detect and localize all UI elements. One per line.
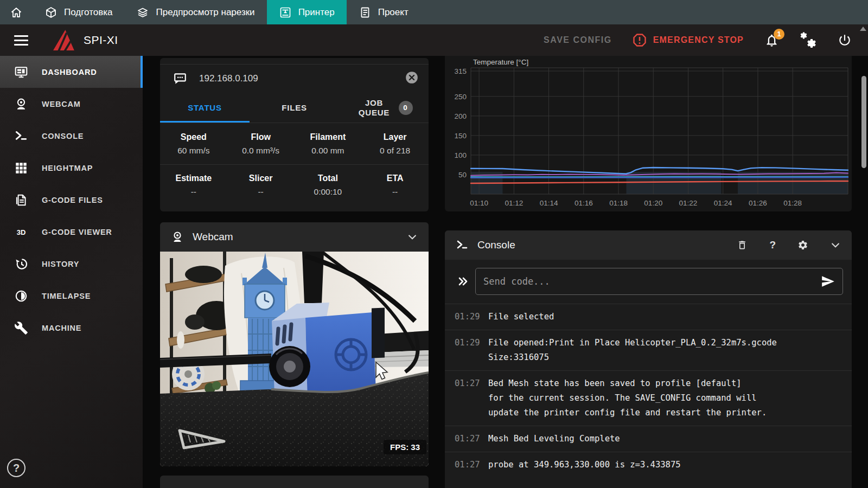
send-icon[interactable] [821,274,835,288]
window-tab-bar: Подготовка Предпросмотр нарезки Принтер … [0,0,868,24]
console-entry: 01:29 File selected [445,304,852,330]
double-chevron-right-icon[interactable] [457,275,470,288]
layers-icon [136,6,149,19]
x-axis-tick: 01:10 [470,199,488,207]
printer-icon [279,6,292,19]
webcam-panel-header: Webcam [160,222,429,252]
console-help-button[interactable]: ? [769,239,776,251]
save-config-button[interactable]: SAVE CONFIG [544,35,612,45]
next-panel-top-edge [160,476,429,488]
help-button[interactable]: ? [7,459,25,477]
top-tab-home[interactable] [0,0,33,24]
stat-total: Total 0:00:10 [295,165,362,206]
x-axis-tick: 01:28 [783,199,802,207]
console-entry: 01:29 File opened:Print in Place Helicop… [445,330,852,370]
y-axis-tick: 150 [454,132,467,140]
console-settings-button[interactable] [797,240,808,251]
printer-tab-status[interactable]: STATUS [160,93,250,123]
console-entry-time: 01:27 [455,376,488,420]
console-entry: 01:27 probe at 349.963,330.000 is z=3.43… [445,452,852,478]
gcode-files-icon [14,193,29,207]
y-axis-tick: 50 [458,171,467,179]
stat-slicer: Slicer -- [227,165,295,206]
chat-bubble-icon [173,72,187,86]
printer-tab-job-queue[interactable]: JOB QUEUE 0 [339,93,429,123]
console-input[interactable] [483,276,821,287]
menu-button[interactable] [14,33,28,48]
project-icon [359,6,372,19]
y-axis-tick: 200 [454,112,467,120]
sidebar-item-label: HEIGHTMAP [42,164,93,172]
webcam-collapse-button[interactable] [407,232,418,242]
stat-label: Estimate [176,174,212,183]
stat-layer: Layer 0 of 218 [361,123,429,164]
stats-row-2: Estimate -- Slicer -- Total 0:00:10 ETA … [160,164,429,206]
machine-icon [14,321,29,335]
app-title: SPI-XI [84,34,118,47]
console-entry-time: 01:29 [455,336,488,365]
sidebar-item-dashboard[interactable]: DASHBOARD [0,56,143,88]
stat-label: Flow [251,132,270,142]
top-tab-printer[interactable]: Принтер [267,0,347,24]
notification-badge: 1 [774,29,784,40]
top-tab-label: Подготовка [64,7,112,18]
scrollbar-thumb[interactable] [861,76,866,168]
sidebar-item-label: G-CODE VIEWER [42,228,112,236]
console-entry-message: Mesh Bed Leveling Complete [488,432,620,446]
stat-value: 0.0 mm³/s [242,146,279,156]
dashboard-icon [14,65,29,79]
console-collapse-button[interactable] [830,240,841,251]
terminal-icon [456,239,469,252]
stat-value: 0:00:10 [314,187,342,197]
scrollbar-up-arrow[interactable] [860,27,866,31]
clear-console-button[interactable] [737,240,748,251]
disconnect-button[interactable] [405,70,419,87]
top-tab-slice-preview[interactable]: Предпросмотр нарезки [124,0,266,24]
x-axis-tick: 01:20 [644,199,662,207]
sidebar-item-machine[interactable]: MACHINE [0,312,143,344]
stat-label: Filament [310,132,346,142]
ui-settings-button[interactable] [800,31,817,49]
notifications-button[interactable]: 1 [764,33,779,48]
sidebar-item-label: HISTORY [42,260,79,268]
job-queue-count-badge: 0 [399,101,413,115]
temperature-chart: 5010015020025031501:1001:1201:1401:1601:… [445,56,852,211]
top-tab-label: Принтер [298,7,335,18]
svg-text:3D: 3D [17,228,26,236]
sidebar: DASHBOARD WEBCAM CONSOLE HEIGHTMAP G-COD… [0,56,143,488]
sidebar-item-label: WEBCAM [42,100,81,108]
top-tab-preparation[interactable]: Подготовка [33,0,124,24]
console-input-row [445,260,852,301]
sidebar-item-timelapse[interactable]: TIMELAPSE [0,280,143,312]
top-tab-label: Проект [378,7,409,18]
power-button[interactable] [838,33,852,47]
console-entry-time: 01:27 [455,458,488,472]
stat-value: 0 of 218 [380,146,410,156]
y-axis-tick: 100 [454,151,467,159]
printer-tab-label: JOB QUEUE [355,98,393,117]
fps-badge: FPS: 33 [384,440,426,454]
console-entry-message: probe at 349.963,330.000 is z=3.433875 [488,458,681,472]
heater-power-band [626,172,721,194]
y-axis-tick: 315 [454,67,467,75]
sidebar-item-g-code-viewer[interactable]: 3D G-CODE VIEWER [0,216,143,248]
sidebar-item-history[interactable]: HISTORY [0,248,143,280]
console-icon [14,129,29,143]
sidebar-item-webcam[interactable]: WEBCAM [0,88,143,120]
stat-label: Slicer [249,174,273,183]
sidebar-item-console[interactable]: CONSOLE [0,120,143,152]
printer-tab-files[interactable]: FILES [250,93,339,123]
sidebar-item-g-code-files[interactable]: G-CODE FILES [0,184,143,216]
webcam-panel-title: Webcam [193,231,233,243]
console-panel-header: Console ? [445,230,852,260]
temperature-chart-panel: 5010015020025031501:1001:1201:1401:1601:… [445,56,852,211]
webcam-panel: Webcam [160,222,429,466]
x-axis-tick: 01:14 [540,199,558,207]
sidebar-item-heightmap[interactable]: HEIGHTMAP [0,152,143,184]
stat-value: 0.00 mm [311,146,344,156]
top-tab-project[interactable]: Проект [347,0,420,24]
stat-estimate: Estimate -- [160,165,227,206]
emergency-stop-button[interactable]: EMERGENCY STOP [633,33,744,47]
x-axis-tick: 01:26 [749,199,767,207]
printer-tab-label: STATUS [188,103,222,112]
